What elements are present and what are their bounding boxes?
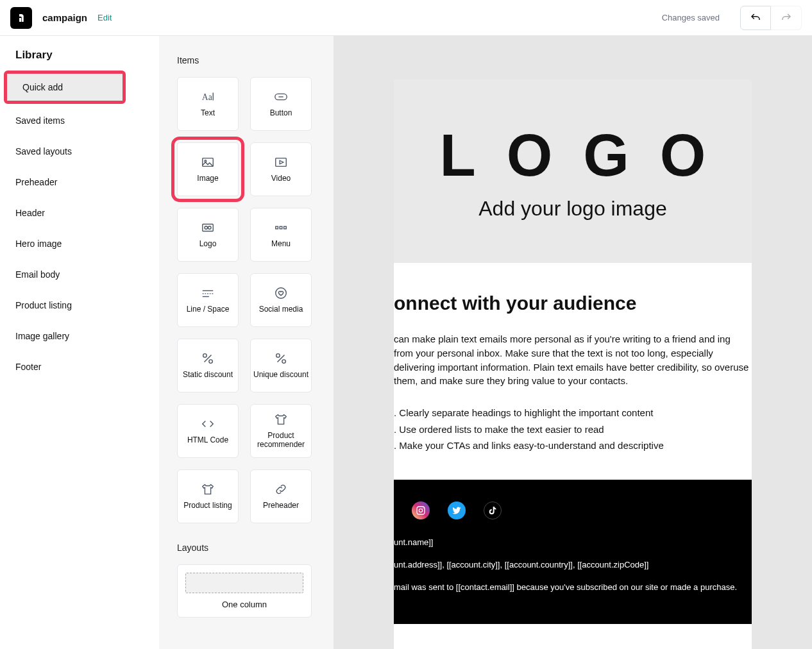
layout-label: One column [222,600,267,609]
list-item: . Use ordered lists to make the text eas… [394,421,752,438]
page-title: campaign [42,12,87,23]
logo-icon [201,221,215,235]
item-card-image[interactable]: Image [177,142,239,196]
item-card-video[interactable]: Video [250,142,312,196]
item-card-text[interactable]: Text [177,77,239,131]
logo-placeholder-block[interactable]: LOGO Add your logo image [394,80,752,263]
item-card-html-code[interactable]: HTML Code [177,404,239,458]
item-label: Button [270,109,292,118]
logo-placeholder-sub: Add your logo image [478,197,667,221]
sidebar-item-saved-items[interactable]: Saved items [0,105,159,136]
twitter-icon[interactable] [448,501,466,519]
list-item: . Clearly separate headings to highlight… [394,405,752,421]
sidebar-item-email-body[interactable]: Email body [0,259,159,290]
edit-link[interactable]: Edit [97,13,112,22]
sidebar-item-preheader[interactable]: Preheader [0,167,159,198]
shirt-icon [274,412,288,426]
svg-point-1 [419,509,422,512]
item-label: Menu [271,240,291,249]
canvas-area: LOGO Add your logo image onnect with you… [334,36,812,649]
layout-one-column[interactable]: One column [177,564,312,618]
list-item: . Make your CTAs and links easy-to-under… [394,437,752,454]
text-icon [201,90,215,104]
email-body-block[interactable]: onnect with your audience can make plain… [394,263,752,480]
item-card-social-media[interactable]: Social media [250,273,312,327]
footer-line-3: mail was sent to [[contact.email]] becau… [394,582,752,592]
body-paragraph: can make plain text emails more personal… [394,332,752,388]
sidebar-item-image-gallery[interactable]: Image gallery [0,321,159,351]
heart-icon [274,286,288,300]
sidebar-item-footer[interactable]: Footer [0,351,159,382]
item-label: Unique discount [253,371,309,380]
item-card-menu[interactable]: Menu [250,208,312,262]
item-card-product-listing[interactable]: Product listing [177,469,239,523]
instagram-icon[interactable] [412,501,430,519]
item-card-product-recommender[interactable]: Product recommender [250,404,312,458]
item-label: Product listing [183,501,232,510]
item-label: Video [271,174,291,183]
item-card-unique-discount[interactable]: Unique discount [250,339,312,392]
body-heading: onnect with your audience [394,292,752,314]
item-label: Line / Space [187,305,230,314]
sidebar-item-hero-image[interactable]: Hero image [0,228,159,259]
body-list: . Clearly separate headings to highlight… [394,405,752,454]
items-heading: Items [177,55,316,65]
item-card-button[interactable]: Button [250,77,312,131]
social-row [394,501,752,519]
undo-button[interactable] [740,6,771,30]
save-status: Changes saved [662,13,720,22]
logo-placeholder-word: LOGO [409,122,737,189]
layouts-heading: Layouts [177,543,316,553]
percent-icon [201,351,215,366]
item-card-line-space[interactable]: Line / Space [177,273,239,327]
app-logo[interactable] [10,7,32,29]
line-space-icon [201,286,215,300]
item-card-preheader[interactable]: Preheader [250,469,312,523]
svg-point-2 [423,507,423,508]
undo-icon [750,12,761,24]
sidebar-item-header[interactable]: Header [0,198,159,228]
footer-line-1: unt.name]] [394,537,752,547]
image-icon [201,155,215,169]
redo-button [771,6,802,30]
video-icon [274,155,288,169]
code-icon [201,417,215,431]
email-footer-block[interactable]: unt.name]] unt.address]], [[account.city… [394,480,752,624]
sidebar-title: Library [0,49,159,69]
items-panel: Items TextButtonImageVideoLogoMenuLine /… [159,36,334,649]
redo-icon [781,12,792,24]
sidebar-item-quick-add[interactable]: Quick add [7,74,123,101]
footer-line-2: unt.address]], [[account.city]], [[accou… [394,560,752,569]
sidebar-item-saved-layouts[interactable]: Saved layouts [0,136,159,167]
email-canvas[interactable]: LOGO Add your logo image onnect with you… [394,80,752,649]
topbar: campaign Edit Changes saved [0,0,812,36]
layout-slot [185,573,303,593]
sidebar-item-product-listing[interactable]: Product listing [0,290,159,321]
item-label: Static discount [183,371,233,380]
item-label: HTML Code [187,436,228,445]
percent-icon [274,351,288,366]
sidebar: Library Quick addSaved itemsSaved layout… [0,36,159,649]
item-card-static-discount[interactable]: Static discount [177,339,239,392]
item-label: Preheader [263,501,299,510]
item-label: Social media [259,305,303,314]
button-icon [274,90,288,104]
menu-icon [274,221,288,235]
tiktok-icon[interactable] [484,501,502,519]
link-icon [274,482,288,496]
item-label: Logo [199,240,217,249]
item-label: Product recommender [251,432,311,450]
svg-rect-0 [417,507,425,514]
item-card-logo[interactable]: Logo [177,208,239,262]
item-label: Image [197,174,218,183]
shirt-icon [201,482,215,496]
item-label: Text [201,109,215,118]
